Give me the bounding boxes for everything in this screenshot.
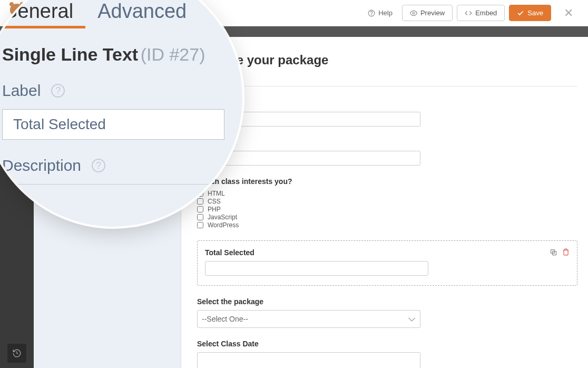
email-input[interactable] (197, 151, 420, 166)
help-icon[interactable]: ? (92, 159, 105, 172)
interests-field[interactable]: Which class interests you? HTML CSS PHP … (197, 177, 577, 229)
magnifier-field-heading: Single Line Text (ID #27) (2, 44, 224, 65)
duplicate-icon[interactable] (548, 247, 558, 257)
interests-label: Which class interests you? (197, 177, 577, 186)
name-field[interactable]: Name (197, 99, 577, 127)
package-select[interactable]: --Select One-- (197, 310, 420, 328)
magnifier-description-heading: Description ? (2, 157, 224, 175)
tab-advanced[interactable]: Advanced (97, 0, 187, 23)
svg-point-1 (371, 14, 372, 15)
preview-area: Choose your package Description Name Ema… (181, 37, 588, 368)
date-input[interactable] (197, 352, 420, 368)
eye-icon (410, 9, 417, 17)
divider (197, 86, 577, 86)
date-field[interactable]: Select Class Date (197, 340, 577, 368)
checkbox-html[interactable]: HTML (197, 190, 577, 197)
date-label: Select Class Date (197, 340, 577, 348)
magnifier-tabs: General Advanced (2, 0, 224, 23)
history-icon (12, 348, 22, 358)
delete-icon[interactable] (561, 247, 571, 257)
checkbox-wordpress[interactable]: WordPress (197, 221, 577, 229)
preview-button[interactable]: Preview (402, 5, 453, 21)
form-title[interactable]: Choose your package (197, 53, 577, 67)
package-field[interactable]: Select the package --Select One-- (197, 297, 577, 328)
tab-underline (0, 26, 85, 28)
email-field[interactable]: Email (197, 138, 577, 166)
field-actions (548, 247, 571, 257)
topbar-actions: Help Preview Embed Save ✕ (362, 5, 577, 21)
magnifier-label-heading: Label ? (2, 82, 224, 100)
email-label: Email (197, 138, 577, 147)
svg-point-2 (413, 12, 415, 14)
interests-checkboxes: HTML CSS PHP JavaScript WordPress (197, 190, 577, 229)
total-selected-label: Total Selected (205, 248, 570, 257)
save-button[interactable]: Save (509, 5, 551, 21)
package-label: Select the package (197, 297, 577, 306)
checkbox-css[interactable]: CSS (197, 198, 577, 205)
form-description[interactable]: Description (197, 70, 577, 78)
check-icon (517, 9, 524, 17)
embed-button[interactable]: Embed (457, 5, 505, 21)
checkbox-php[interactable]: PHP (197, 206, 577, 213)
total-selected-field[interactable]: Total Selected (197, 240, 577, 286)
code-icon (465, 9, 472, 17)
help-icon[interactable]: ? (51, 84, 65, 98)
total-selected-input[interactable] (205, 261, 428, 276)
close-icon[interactable]: ✕ (555, 6, 577, 20)
help-link[interactable]: Help (362, 5, 398, 21)
name-label: Name (197, 99, 577, 108)
magnifier-label-input[interactable] (2, 109, 224, 140)
history-button[interactable] (7, 344, 26, 363)
help-icon (368, 9, 375, 17)
checkbox-javascript[interactable]: JavaScript (197, 214, 577, 221)
magnifier-divider (2, 184, 224, 185)
